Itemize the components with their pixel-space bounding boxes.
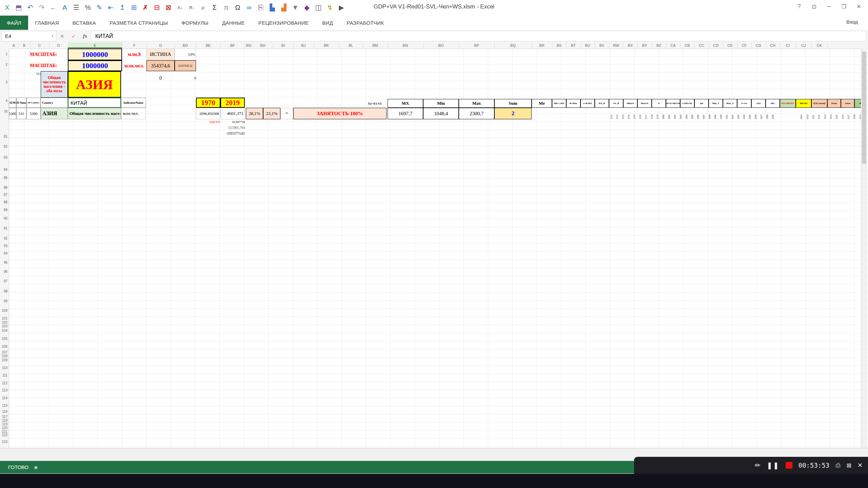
stat-header-4[interactable]: Me — [532, 99, 552, 108]
stat-header-8[interactable]: DX_B — [595, 99, 609, 108]
row-header-86[interactable]: 86 — [4, 186, 7, 189]
minimize-button[interactable]: ─ — [822, 0, 836, 13]
column-header-BK[interactable]: BK — [314, 42, 339, 48]
stat-header-17[interactable]: Max_T — [723, 99, 737, 108]
row-header-106[interactable]: 106 — [2, 345, 7, 348]
column-header-A[interactable]: A — [9, 42, 19, 48]
row-header-111[interactable]: 111 — [2, 373, 7, 377]
row-header-103[interactable]: 103 — [2, 324, 7, 328]
stat-value-1[interactable]: 1048,4 — [423, 108, 459, 119]
column-header-BD[interactable]: BD — [175, 42, 196, 48]
stat-header-15[interactable]: del — [694, 99, 709, 108]
percent-icon[interactable]: % — [83, 1, 93, 14]
istina-cell[interactable]: ИСТИНА — [146, 48, 175, 60]
window-icon[interactable]: ◫ — [313, 1, 323, 14]
sign-in-label[interactable]: Вход — [846, 19, 858, 25]
row-header-102[interactable]: 102 — [2, 321, 7, 324]
flash-fill-icon[interactable]: ↯ — [325, 1, 335, 14]
stat-header-6[interactable]: R=Max — [566, 99, 580, 108]
scale-label-2[interactable]: МАСШТАБ: — [30, 60, 68, 71]
r78-eq[interactable]: = — [280, 108, 293, 119]
hdr-indicator[interactable]: IndicatorName — [121, 98, 146, 108]
column-headers[interactable]: ABCDEFGBDBEBFBGBHBIBJBKBLBMBNBOBPBQBRBSB… — [0, 42, 868, 49]
stat-value-2[interactable]: 2300,7 — [459, 108, 494, 119]
column-header-BQ[interactable]: BQ — [494, 42, 532, 48]
back-icon[interactable]: ← — [48, 1, 58, 14]
r78-sum[interactable]: 5300 — [9, 108, 16, 119]
stat-value-3[interactable]: 2 — [494, 108, 532, 119]
r78-badge[interactable]: ЗАНЯТОСТЬ-100% — [293, 108, 387, 119]
column-header-BF[interactable]: BF — [220, 42, 245, 48]
row-header-3[interactable]: 3 — [5, 80, 7, 84]
column-header-BZ[interactable]: BZ — [652, 42, 666, 48]
column-header-BU[interactable]: BU — [580, 42, 595, 48]
cancel-entry-icon[interactable]: ✕ — [56, 33, 68, 39]
row-header-122[interactable]: 122 — [2, 433, 7, 437]
row-header-91[interactable]: 91 — [4, 226, 7, 230]
row-header-108[interactable]: 108 — [2, 354, 7, 358]
recorder-pointer-icon[interactable]: ✏ — [755, 461, 761, 469]
column-header-D[interactable]: D — [49, 42, 68, 48]
stat-header-25[interactable]: SStot — [841, 99, 854, 108]
row-header-104[interactable]: 104 — [2, 329, 7, 332]
column-header-BW[interactable]: BW — [609, 42, 624, 48]
row-headers[interactable]: 1234788182838485868788899091929394959697… — [0, 48, 9, 448]
column-header-CD[interactable]: CD — [709, 42, 723, 48]
delete-row-icon[interactable]: ⊟ — [152, 1, 162, 14]
ribbon-tab-формулы[interactable]: ФОРМУЛЫ — [175, 16, 215, 30]
stat-header-10[interactable]: MinSX — [623, 99, 637, 108]
stat-header-19[interactable]: ASS — [751, 99, 766, 108]
row-header-112[interactable]: 112 — [2, 381, 7, 385]
column-header-BE[interactable]: BE — [196, 42, 221, 48]
borders-icon[interactable]: ☰ — [71, 1, 81, 14]
stat-header-0[interactable]: MX — [388, 99, 423, 108]
name-box[interactable]: E4▾ — [1, 31, 56, 41]
format-painter-icon[interactable]: ✎ — [94, 1, 104, 14]
stat-header-3[interactable]: Sum — [494, 99, 532, 108]
row-header-119[interactable]: 119 — [2, 422, 7, 426]
row-header-81[interactable]: 81 — [4, 135, 7, 138]
paste-icon[interactable]: ⎘ — [256, 1, 266, 14]
stat-header-1[interactable]: Min — [423, 99, 459, 108]
macro-record-icon[interactable]: ◉ — [34, 465, 37, 470]
tiny-div0[interactable]: #ДЕЛ/0! — [196, 119, 220, 125]
row-header-83[interactable]: 83 — [4, 156, 7, 159]
row-header-98[interactable]: 98 — [4, 289, 7, 293]
ribbon-tab-рецензирование[interactable]: РЕЦЕНЗИРОВАНИЕ — [252, 16, 315, 30]
vertical-scrollbar[interactable] — [861, 48, 867, 448]
column-header-CB[interactable]: CB — [680, 42, 695, 48]
ribbon-tab-вид[interactable]: ВИД — [315, 16, 340, 30]
help-button[interactable]: ? — [792, 0, 806, 13]
row-header-116[interactable]: 116 — [2, 410, 7, 413]
restore-button[interactable]: ❐ — [837, 0, 851, 13]
r78-pct1[interactable]: 28,1% — [246, 108, 263, 119]
close-button[interactable]: ✕ — [852, 0, 866, 13]
stat-header-21[interactable]: MX-ИНТЕГ — [780, 99, 796, 108]
row-header-4[interactable]: 4 — [5, 99, 7, 103]
selected-cell-e4[interactable]: КИТАЙ — [68, 98, 121, 108]
column-header-CJ[interactable]: CJ — [796, 42, 812, 48]
column-header-CK[interactable]: CK — [811, 42, 828, 48]
row-header-89[interactable]: 89 — [4, 208, 7, 212]
column-header-B[interactable]: B — [19, 42, 30, 48]
column-header-CA[interactable]: CA — [666, 42, 680, 48]
chart-column-icon[interactable]: ▙ — [267, 1, 277, 14]
row-header-100[interactable]: 100 — [2, 309, 7, 312]
row-header-101[interactable]: 101 — [2, 317, 7, 320]
row-header-113[interactable]: 113 — [2, 388, 7, 392]
column-header-BS[interactable]: BS — [552, 42, 567, 48]
row-header-93[interactable]: 93 — [4, 244, 7, 248]
recorder-close-icon[interactable]: ✕ — [857, 462, 863, 469]
sort-za-icon[interactable]: Я↓ — [186, 1, 197, 14]
bd-value-2[interactable]: 21167435,32 — [175, 60, 196, 71]
column-header-BT[interactable]: BT — [566, 42, 581, 48]
row-header-90[interactable]: 90 — [4, 217, 7, 220]
namebox-dropdown-icon[interactable]: ▾ — [52, 34, 53, 38]
row-header-95[interactable]: 95 — [4, 261, 7, 264]
confirm-entry-icon[interactable]: ✓ — [68, 33, 79, 39]
column-header-BO[interactable]: BO — [423, 42, 459, 48]
row-header-82[interactable]: 82 — [4, 145, 7, 148]
row-header-88[interactable]: 88 — [4, 200, 7, 204]
find-icon[interactable]: ⌕ — [198, 1, 208, 14]
stat-header-13[interactable]: SE=E=MX/SE — [666, 99, 680, 108]
